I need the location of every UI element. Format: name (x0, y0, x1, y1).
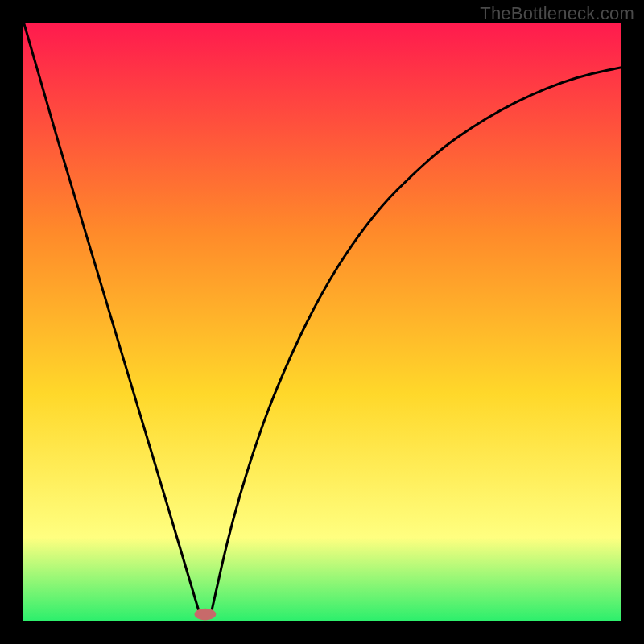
chart-frame: TheBottleneck.com (0, 0, 644, 644)
minimum-marker (195, 609, 217, 621)
watermark-text: TheBottleneck.com (480, 3, 634, 24)
chart-svg (23, 23, 621, 621)
plot-area (23, 23, 621, 621)
